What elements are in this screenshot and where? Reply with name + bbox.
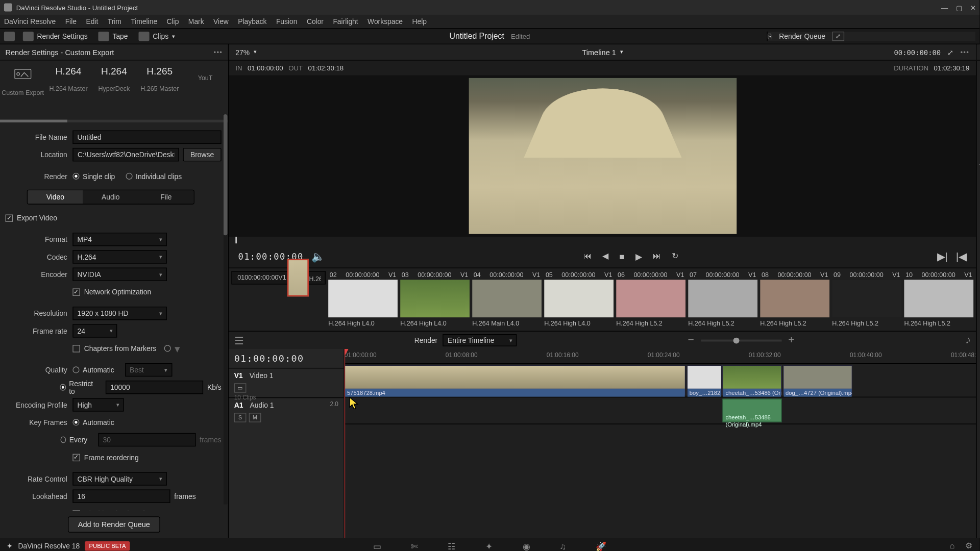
zoom-slider[interactable] (701, 339, 781, 341)
step-back-icon[interactable]: ◀ (602, 251, 608, 261)
render-settings-button[interactable]: Render Settings (23, 32, 88, 41)
scrub-bar[interactable] (235, 237, 969, 245)
audio-track-header[interactable]: A1Audio 12.0 SM (229, 397, 344, 424)
browse-button[interactable]: Browse (183, 148, 221, 161)
maximize-icon[interactable]: ▢ (956, 4, 962, 11)
menu-timeline[interactable]: Timeline (131, 17, 157, 26)
viewer-expand-icon[interactable]: ⤢ (947, 48, 953, 56)
speaker-icon[interactable]: 🔈 (311, 250, 325, 263)
zoom-out-icon[interactable]: − (688, 334, 694, 346)
render-queue-icon[interactable]: ⎘ (768, 32, 772, 40)
media-page-icon[interactable]: ▭ (373, 541, 381, 551)
clips-button[interactable]: Clips ▾ (139, 32, 175, 41)
zoom-in-icon[interactable]: + (788, 334, 794, 346)
bitrate-input[interactable] (106, 381, 203, 394)
stop-icon[interactable]: ■ (619, 251, 624, 261)
menu-color[interactable]: Color (307, 17, 324, 26)
preset-1[interactable]: H.264H.264 Master (45, 66, 91, 119)
queue-item-09[interactable]: 0900:00:00:00V1H.264 High L5.2 (832, 271, 901, 327)
frame-reorder-check[interactable]: ✓ (72, 454, 80, 461)
netopt-check[interactable]: ✓ (72, 288, 80, 295)
export-video-check[interactable]: ✓ (6, 214, 13, 221)
track-frame-icon[interactable]: ▭ (234, 383, 247, 392)
close-icon[interactable]: ✕ (970, 4, 976, 11)
preset-scrollbar[interactable] (0, 120, 228, 122)
preset-2[interactable]: H.264HyperDeck (91, 66, 137, 119)
tape-button[interactable]: Tape (99, 32, 128, 41)
tab-audio[interactable]: Audio (83, 190, 139, 204)
quality-restrict-radio[interactable] (60, 384, 65, 391)
single-clip-radio[interactable] (72, 173, 79, 180)
full-screen-icon[interactable] (4, 32, 15, 41)
minimize-icon[interactable]: — (941, 4, 948, 11)
fairlight-page-icon[interactable]: ♫ (559, 541, 566, 551)
chapters-check[interactable] (72, 344, 80, 352)
menu-trim[interactable]: Trim (108, 17, 121, 26)
disable-adaptive-i-check[interactable] (72, 510, 80, 511)
menu-davinci-resolve[interactable]: DaVinci Resolve (4, 17, 56, 26)
rate-control-select[interactable]: CBR High Quality▾ (72, 472, 167, 485)
menu-fusion[interactable]: Fusion (276, 17, 298, 26)
video-clip[interactable]: 57518728.mp4 (345, 365, 685, 395)
queue-item-05[interactable]: 0500:00:00:00V1H.264 High L4.0 (544, 271, 614, 327)
video-clip[interactable]: dog_…4727 (Original).mp4 (783, 365, 852, 395)
tab-file[interactable]: File (138, 190, 194, 204)
menu-mark[interactable]: Mark (188, 17, 204, 26)
cut-page-icon[interactable]: ✄ (411, 541, 418, 551)
prev-clip-icon[interactable]: |◀ (956, 250, 967, 263)
quality-auto-radio[interactable] (72, 366, 79, 373)
panel-menu-icon[interactable]: ••• (213, 48, 223, 56)
encoder-select[interactable]: NVIDIA▾ (72, 268, 167, 281)
queue-item-08[interactable]: 0800:00:00:00V1H.264 High L5.2 (760, 271, 829, 327)
timeline-opts-icon[interactable]: ☰ (234, 334, 243, 346)
format-select[interactable]: MP4▾ (72, 233, 167, 246)
preset-4[interactable]: YouT (182, 66, 228, 119)
viewer-menu-icon[interactable]: ••• (960, 48, 969, 56)
menu-workspace[interactable]: Workspace (368, 17, 403, 26)
add-to-queue-button[interactable]: Add to Render Queue (68, 516, 160, 533)
home-icon[interactable]: ⌂ (950, 541, 955, 550)
timeline-ruler[interactable]: 01:00:00:0001:00:08:0001:00:16:0001:00:2… (345, 349, 976, 364)
queue-item-02[interactable]: 0200:00:00:00V1H.264 High L4.0 (328, 271, 398, 327)
framerate-select[interactable]: 24▾ (72, 324, 117, 337)
lookahead-input[interactable] (72, 490, 170, 503)
render-queue-button[interactable]: Render Queue (779, 32, 825, 40)
video-clip[interactable]: boy_…21827 (Original)… (687, 365, 722, 395)
preset-3[interactable]: H.265H.265 Master (137, 66, 182, 119)
menu-playback[interactable]: Playback (238, 17, 266, 26)
queue-item-03[interactable]: 0300:00:00:00V1H.264 High L4.0 (400, 271, 470, 327)
audio-meters-icon[interactable]: ♪ (965, 334, 971, 346)
first-frame-icon[interactable]: ⏮ (583, 251, 592, 261)
video-clip[interactable]: cheetah_…53486 (Original).mp4 (723, 365, 781, 395)
fusion-page-icon[interactable]: ✦ (485, 541, 493, 551)
location-input[interactable] (72, 148, 179, 161)
individual-clips-radio[interactable] (126, 173, 132, 180)
edit-page-icon[interactable]: ☷ (448, 541, 456, 551)
resolution-select[interactable]: 980 x 551 HD▾ (72, 307, 167, 320)
settings-scrollbar[interactable] (224, 114, 228, 504)
tab-video[interactable]: Video (28, 190, 83, 204)
queue-item-10[interactable]: 1000:00:00:00V1H.264 High L5.2 (904, 271, 973, 327)
queue-item-07[interactable]: 0700:00:00:00V1H.264 High L5.2 (688, 271, 757, 327)
play-icon[interactable]: ▶ (635, 251, 642, 261)
video-track-header[interactable]: V1Video 1 ▭ 10 Clips (229, 368, 344, 397)
queue-item-01[interactable]: 0100:00:00:00V1H.264 Main L4.2 (231, 271, 326, 284)
queue-item-04[interactable]: 0400:00:00:00V1H.264 Main L4.0 (472, 271, 542, 327)
zoom-select[interactable]: 27%▾ (235, 48, 256, 56)
file-name-input[interactable] (72, 131, 221, 144)
mute-button[interactable]: M (249, 413, 261, 422)
menu-fairlight[interactable]: Fairlight (333, 17, 358, 26)
menu-file[interactable]: File (65, 17, 77, 26)
queue-item-06[interactable]: 0600:00:00:00V1H.264 High L5.2 (616, 271, 685, 327)
preset-0[interactable]: Custom Export (0, 66, 45, 119)
loop-icon[interactable]: ↻ (672, 251, 678, 261)
kf-auto-radio[interactable] (72, 419, 79, 425)
kf-every-radio[interactable] (60, 436, 66, 443)
expand-icon[interactable]: ⤢ (832, 32, 844, 41)
timeline-name[interactable]: Timeline 1▾ (582, 48, 623, 56)
project-settings-icon[interactable]: ⚙ (965, 541, 972, 550)
encoding-profile-select[interactable]: High▾ (72, 398, 124, 411)
viewer[interactable] (229, 76, 976, 237)
timeline-tracks[interactable]: 01:00:00:0001:00:08:0001:00:16:0001:00:2… (345, 349, 976, 538)
render-range-select[interactable]: Entire Timeline▾ (443, 334, 517, 346)
